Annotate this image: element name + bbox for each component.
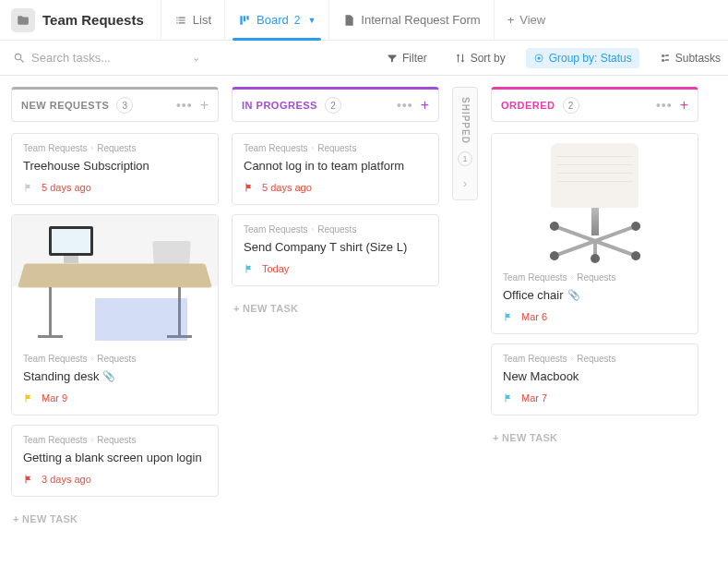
page-title: Team Requests [42,12,144,28]
task-card[interactable]: Team Requests›Requests Treehouse Subscri… [11,133,219,205]
task-card[interactable]: Team Requests›Requests Standing desk 📎 M… [11,214,219,415]
subtasks-button[interactable]: Subtasks [652,48,728,68]
task-card[interactable]: Team Requests›Requests Getting a blank s… [11,425,219,497]
view-tabs: List Board 2 ▼ Internal Request Form + V… [161,0,558,40]
card-title: New Macbook [503,369,686,383]
list-icon [174,14,187,27]
flag-icon [503,311,514,322]
folder-icon [11,8,35,32]
card-date: Today [262,263,289,274]
plus-icon[interactable]: + [421,97,429,114]
group-button[interactable]: Group by: Status [526,48,639,68]
breadcrumb: Team Requests›Requests [503,354,686,364]
column-count: 2 [563,97,579,114]
plus-icon[interactable]: + [680,97,688,114]
group-label: Group by: Status [549,52,632,65]
plus-icon[interactable]: + [200,97,209,114]
card-title: Send Company T shirt (Size L) [244,240,427,254]
task-card[interactable]: Team Requests›Requests Office chair 📎 Ma… [491,133,698,334]
column-count: 3 [116,97,133,114]
search-input[interactable] [31,51,186,65]
card-title: Treehouse Subscription [23,159,207,173]
filter-button[interactable]: Filter [379,48,435,68]
chevron-right-icon[interactable]: › [463,177,467,190]
more-icon[interactable]: ••• [397,98,413,113]
column-title: ORDERED [501,100,555,111]
card-date: 3 days ago [42,474,91,485]
tab-board-label: Board [257,13,289,27]
column-ordered: ORDERED 2 ••• + [491,87,698,555]
tab-form-label: Internal Request Form [361,13,480,27]
add-view-button[interactable]: + View [494,0,559,40]
card-date: 5 days ago [262,182,312,193]
breadcrumb: Team Requests›Requests [244,143,427,153]
column-in-progress: IN PROGRESS 2 ••• + Team Requests›Reques… [232,87,439,555]
svg-point-0 [537,56,540,59]
new-task-button[interactable]: + NEW TASK [232,295,439,321]
flag-icon [23,392,34,403]
filter-icon [387,53,398,64]
column-header[interactable]: IN PROGRESS 2 ••• + [232,87,439,122]
kanban-board: NEW REQUESTS 3 ••• + Team Requests›Reque… [0,76,728,566]
sort-icon [455,53,466,64]
card-date: Mar 7 [521,392,547,403]
tab-list[interactable]: List [161,0,224,40]
column-count: 2 [325,97,341,114]
flag-icon [23,474,34,485]
column-header[interactable]: NEW REQUESTS 3 ••• + [11,87,219,122]
more-icon[interactable]: ••• [656,98,673,113]
attachment-icon: 📎 [567,289,580,301]
column-count: 1 [458,151,472,166]
new-task-button[interactable]: + NEW TASK [11,506,219,532]
attachment-icon: 📎 [102,370,115,382]
column-shipped[interactable]: SHIPPED 1 › [452,87,478,555]
header-bar: Team Requests List Board 2 ▼ Internal Re… [0,0,728,41]
column-title: SHIPPED [460,97,471,144]
column-actions: ••• + [176,97,209,114]
task-card[interactable]: Team Requests›Requests New Macbook Mar 7 [491,343,698,415]
card-image [12,215,218,344]
add-view-label: View [519,13,545,27]
flag-icon [244,182,255,193]
breadcrumb: Team Requests›Requests [503,272,686,283]
form-icon [342,14,355,27]
card-title: Office chair 📎 [503,288,686,302]
sort-button[interactable]: Sort by [448,48,513,68]
board-icon [238,14,251,27]
breadcrumb: Team Requests›Requests [23,143,207,153]
search-icon [13,52,26,65]
plus-icon: + [507,13,515,27]
card-image [492,134,698,263]
filter-label: Filter [402,52,427,65]
column-actions: ••• + [656,97,688,114]
flag-icon [503,392,514,403]
search-wrap: ⌄ [13,51,366,65]
card-date: 5 days ago [42,182,91,193]
flag-icon [23,182,34,193]
column-title: NEW REQUESTS [21,100,109,111]
card-title: Cannot log in to team platform [244,159,427,173]
breadcrumb: Team Requests›Requests [23,354,207,364]
tab-form[interactable]: Internal Request Form [328,0,493,40]
column-title: IN PROGRESS [242,100,317,111]
card-title: Standing desk 📎 [23,369,207,383]
sort-label: Sort by [471,52,506,65]
subtasks-icon [660,53,671,64]
tab-board-count: 2 [294,14,301,27]
flag-icon [244,263,255,274]
column-header[interactable]: ORDERED 2 ••• + [491,87,698,122]
more-icon[interactable]: ••• [176,98,193,113]
column-actions: ••• + [397,97,429,114]
tab-list-label: List [193,13,211,27]
toolbar: ⌄ Filter Sort by Group by: Status Subtas… [0,41,728,76]
task-card[interactable]: Team Requests›Requests Send Company T sh… [232,214,439,286]
new-task-button[interactable]: + NEW TASK [491,425,698,451]
tab-board[interactable]: Board 2 ▼ [224,0,328,40]
subtasks-label: Subtasks [675,52,721,65]
chevron-down-icon: ▼ [307,16,316,25]
breadcrumb: Team Requests›Requests [244,224,427,235]
task-card[interactable]: Team Requests›Requests Cannot log in to … [232,133,439,205]
search-chevron-icon[interactable]: ⌄ [192,52,200,64]
card-date: Mar 6 [521,311,547,322]
breadcrumb: Team Requests›Requests [23,435,207,445]
